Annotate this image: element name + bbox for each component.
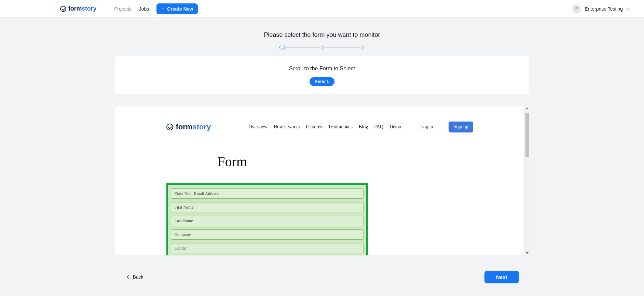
preview-card: formstory Overview How it works Features… [115, 106, 529, 255]
chevron-down-icon [626, 7, 630, 11]
preview-logo-text-story: story [192, 123, 211, 131]
last-name-field[interactable] [171, 216, 364, 226]
form-1-pill[interactable]: Form 1 [310, 77, 334, 86]
nav-jobs[interactable]: Jobs [139, 6, 149, 12]
step-3[interactable] [360, 45, 365, 50]
chevron-down-icon [281, 46, 283, 48]
selected-form[interactable] [166, 183, 368, 255]
account-menu[interactable]: E Enterprise Testing [572, 4, 630, 13]
gender-field[interactable] [171, 243, 364, 253]
top-nav: Projects Jobs [114, 6, 149, 12]
scroll-hint-title: Scroll to the Form to Select [115, 66, 529, 72]
back-label: Back [133, 274, 143, 280]
preview-nav-testimonials[interactable]: Testimonials [328, 124, 353, 130]
nav-projects[interactable]: Projects [114, 6, 132, 12]
scroll-hint-card: Scroll to the Form to Select Form 1 [115, 56, 529, 94]
step-2[interactable] [320, 45, 325, 50]
company-field[interactable] [171, 229, 364, 240]
wizard-title: Please select the form you want to monit… [115, 31, 529, 39]
logo-text-form: form [68, 5, 82, 12]
step-line [325, 47, 360, 48]
preview-logo-text-form: form [176, 123, 193, 131]
logo-mark-icon [166, 124, 173, 130]
preview-nav: Overview How it works Features Testimoni… [249, 124, 401, 130]
chevron-right-icon [361, 46, 364, 48]
avatar: E [572, 4, 581, 13]
logo-mark-icon [60, 6, 66, 12]
back-button[interactable]: Back [125, 271, 146, 282]
create-new-button[interactable]: + Create New [156, 3, 198, 14]
preview-signup-button[interactable]: Sign up [449, 122, 473, 132]
wizard-footer: Back Next [115, 267, 529, 287]
preview-nav-features[interactable]: Features [306, 124, 322, 130]
chevron-right-icon [321, 46, 324, 48]
email-field[interactable] [171, 188, 364, 199]
first-name-field[interactable] [171, 202, 364, 212]
scroll-up-icon[interactable] [525, 106, 529, 111]
app-header: formstory Projects Jobs + Create New E E… [0, 0, 644, 18]
preview-nav-overview[interactable]: Overview [249, 124, 268, 130]
preview-nav-blog[interactable]: Blog [359, 124, 368, 130]
wizard: Please select the form you want to monit… [115, 18, 529, 287]
preview-login-link[interactable]: Log in [420, 124, 433, 130]
create-new-label: Create New [167, 6, 193, 12]
preview-viewport[interactable]: formstory Overview How it works Features… [115, 106, 524, 255]
plus-icon: + [161, 6, 164, 11]
preview-nav-demo[interactable]: Demo [389, 124, 401, 130]
preview-logo[interactable]: formstory [166, 123, 211, 131]
step-1[interactable] [279, 45, 285, 50]
app-logo[interactable]: formstory [60, 5, 96, 12]
preview-scrollbar[interactable] [524, 106, 529, 255]
preview-header: formstory Overview How it works Features… [166, 122, 473, 132]
page: Please select the form you want to monit… [0, 18, 644, 296]
logo-text-story: story [82, 5, 96, 12]
chevron-left-icon [127, 275, 131, 279]
preview-nav-how[interactable]: How it works [274, 124, 300, 130]
preview-nav-faq[interactable]: FAQ [374, 124, 383, 130]
scroll-down-icon[interactable] [525, 251, 529, 255]
next-button[interactable]: Next [484, 271, 519, 283]
step-line [285, 47, 320, 48]
form-heading: Form [218, 154, 473, 170]
stepper [279, 45, 365, 50]
scroll-thumb[interactable] [525, 113, 529, 157]
account-name: Enterprise Testing [585, 6, 623, 12]
